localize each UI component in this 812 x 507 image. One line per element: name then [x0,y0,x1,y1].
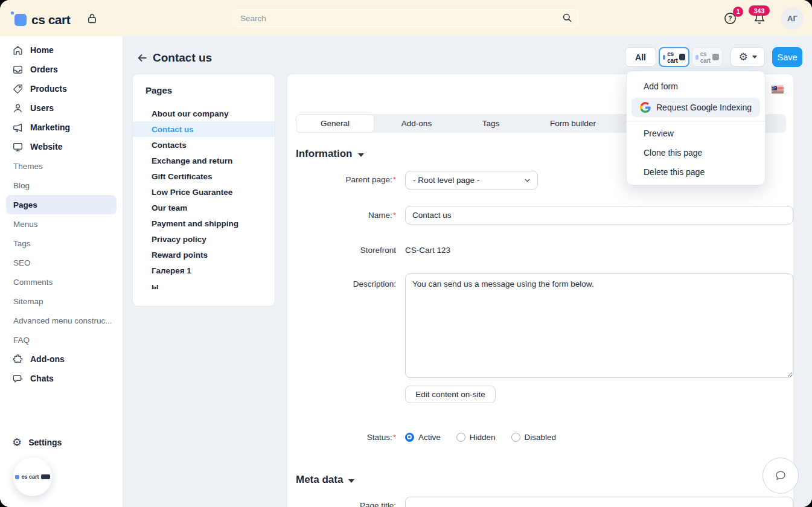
sidebar-item-pages[interactable]: Pages [6,195,117,214]
collapse-triangle-icon [358,153,364,157]
tab-general[interactable]: General [296,114,374,133]
back-arrow-icon[interactable] [136,51,149,67]
menu-item-add-form[interactable]: Add form [627,77,765,95]
status-label: Status:* [287,433,396,442]
storefront-label: Storefront [287,246,396,255]
products-icon [12,83,24,95]
page-list-item[interactable]: Our team [133,200,275,215]
radio-icon [511,433,520,442]
sidebar-item-advanced-menu[interactable]: Advanced menu construc... [0,311,123,330]
search-input[interactable] [232,9,578,27]
sidebar-item-website[interactable]: Website [0,137,123,156]
page-list-item[interactable]: Low Price Guarantee [133,184,275,200]
page-title-input[interactable] [405,497,793,507]
radio-selected-icon [405,433,414,442]
orders-icon [12,64,24,75]
page-list-item[interactable]: Privacy policy [133,231,275,247]
sidebar-item-home[interactable]: Home [0,40,123,60]
home-icon [12,45,24,56]
status-radio-hidden[interactable]: Hidden [456,433,496,442]
sidebar-item-menus[interactable]: Menus [0,214,123,234]
sidebar-item-themes[interactable]: Themes [0,156,123,176]
sidebar-item-comments[interactable]: Comments [0,272,123,292]
support-chat-button[interactable] [762,458,799,494]
cs-cart-logo[interactable]: cs cart [14,13,70,27]
storefront-value: CS-Cart 123 [405,246,450,255]
gear-icon: ⚙ [738,52,747,62]
tab-addons[interactable]: Add-ons [374,114,459,133]
pages-panel-title: Pages [133,85,275,95]
storefront-logo-icon [663,55,665,60]
radio-icon [456,433,465,442]
page-title-label: Page title: [287,501,396,507]
chevron-down-icon [752,56,757,59]
page-list-item[interactable]: Contacts [133,137,275,153]
page-list-item[interactable]: Exchange and return [133,153,275,168]
page-list-item[interactable]: ы [133,278,275,294]
sidebar-item-settings[interactable]: ⚙ Settings [0,433,123,452]
description-label: Description: [287,279,396,289]
mini-logo-square-icon [15,475,19,479]
sidebar-item-tags[interactable]: Tags [0,234,123,253]
chevron-down-icon [523,176,531,184]
tab-tags[interactable]: Tags [459,114,523,133]
sidebar-item-sitemap[interactable]: Sitemap [0,292,123,311]
menu-divider [627,121,765,121]
storefront-all-button[interactable]: All [625,47,656,67]
edit-content-on-site-button[interactable]: Edit content on-site [405,386,496,403]
storefront-2-button[interactable]: cs cart [692,47,723,67]
chat-bubble-icon [773,468,788,483]
page-title: Contact us [153,51,212,65]
sidebar-item-chats[interactable]: Chats [0,369,123,388]
sidebar-item-seo[interactable]: SEO [0,253,123,272]
menu-item-delete-this-page[interactable]: Delete this page [627,163,765,181]
name-label: Name:* [287,211,396,220]
page-list-item[interactable]: Reward points [133,247,275,263]
gear-menu-button[interactable]: ⚙ [730,47,765,67]
help-badge: 1 [733,7,743,17]
global-search [232,9,578,27]
gear-icon: ⚙ [12,437,22,448]
tab-form-builder[interactable]: Form builder [523,114,623,133]
logo-text: cs cart [31,13,70,27]
search-icon[interactable] [561,12,573,26]
users-icon [12,103,24,114]
status-radio-active[interactable]: Active [405,433,441,442]
status-radio-disabled[interactable]: Disabled [511,433,557,442]
sidebar: Home Orders Products Users Marketing Web… [0,36,123,507]
storefront-logo-icon [695,55,699,60]
page-list-item[interactable]: Payment and shipping [133,215,275,231]
sidebar-item-marketing[interactable]: Marketing [0,118,123,137]
information-section-header[interactable]: Information [296,148,364,160]
storefront-1-button[interactable]: cs cart [659,47,689,67]
menu-item-request-google-indexing[interactable]: Request Google Indexing [631,98,760,117]
menu-item-preview[interactable]: Preview [627,124,765,142]
svg-text:?: ? [728,14,732,22]
sidebar-item-users[interactable]: Users [0,98,123,118]
menu-item-clone-this-page[interactable]: Clone this page [627,144,765,162]
sidebar-item-faq[interactable]: FAQ [0,330,123,349]
parent-page-select[interactable]: - Root level page - [405,171,538,190]
user-avatar[interactable]: АГ [781,7,804,30]
language-flag-us-icon[interactable] [772,86,784,97]
marketing-icon [12,122,24,133]
chat-icon [12,373,24,384]
sidebar-item-addons[interactable]: Add-ons [0,349,123,369]
page-list-item[interactable]: About our company [133,106,275,121]
lock-icon[interactable] [86,12,98,27]
sidebar-item-blog[interactable]: Blog [0,176,123,195]
page-list-item[interactable]: Галерея 1 [133,263,275,278]
google-g-icon [640,102,651,113]
name-input[interactable] [405,206,793,225]
cs-cart-promo-badge[interactable]: cs cart [13,458,52,496]
sidebar-item-orders[interactable]: Orders [0,60,123,79]
page-list-item[interactable]: Gift Certificates [133,168,275,184]
meta-data-section-header[interactable]: Meta data [296,474,354,486]
collapse-triangle-icon [348,479,354,483]
top-bar: cs cart ? 1 [0,0,812,36]
page-list-item-selected[interactable]: Contact us [133,121,275,137]
sidebar-item-products[interactable]: Products [0,79,123,98]
puzzle-icon [12,354,24,365]
description-textarea[interactable]: You can send us a message using the form… [405,273,793,378]
save-button[interactable]: Save [772,47,802,67]
